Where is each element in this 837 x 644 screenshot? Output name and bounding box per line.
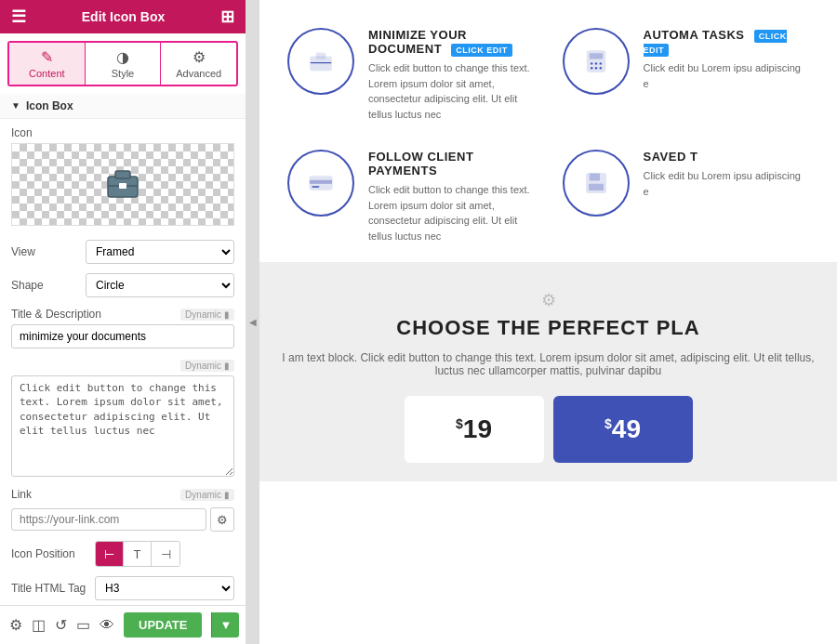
dynamic-badge-desc: Dynamic ▮	[180, 360, 234, 372]
shape-select[interactable]: Circle Square Rounded	[86, 273, 234, 297]
icon-preview[interactable]	[11, 143, 234, 226]
desc-dynamic-row: Dynamic ▮	[0, 354, 246, 374]
click-edit-badge-1[interactable]: Click edit	[451, 44, 512, 57]
link-input[interactable]	[11, 508, 206, 531]
icon-position-label: Icon Position	[11, 547, 95, 560]
icon-box-1-title: MINIMIZE YOUR DOCUMENT Click edit	[368, 28, 535, 56]
settings-gear-icon: ⚙	[541, 290, 556, 310]
style-tab-label: Style	[112, 68, 134, 79]
price-2: $49	[567, 414, 679, 444]
section-header-label: Icon Box	[26, 99, 73, 112]
description-textarea[interactable]: Click edit button to change this text. L…	[11, 375, 234, 477]
title-desc-section: Title & Description Dynamic ▮	[0, 302, 246, 322]
settings-icon[interactable]: ⚙	[9, 612, 22, 638]
icon-circle-1	[287, 28, 354, 95]
credit-card-icon	[306, 168, 336, 198]
history-icon[interactable]: ↺	[55, 612, 67, 638]
icon-box-3-title: FOLLOW CLIENT PAYMENTS	[368, 150, 535, 177]
icon-position-left-button[interactable]: ⊢	[96, 542, 124, 566]
svg-point-11	[599, 62, 601, 64]
price-1: $19	[418, 414, 530, 444]
save-icon	[581, 168, 611, 198]
svg-rect-16	[310, 180, 332, 184]
dynamic-badge-link: Dynamic ▮	[180, 489, 234, 501]
svg-rect-3	[119, 183, 126, 189]
title-html-tag-row: Title HTML Tag H3 H1H2H4H5H6 pspandiv	[0, 572, 246, 605]
panel-header: ☰ Edit Icon Box ⊞	[0, 0, 246, 33]
style-tab-icon: ◑	[116, 48, 129, 66]
link-label: Link	[11, 488, 32, 501]
svg-point-12	[591, 67, 592, 69]
currency-1: $	[456, 416, 463, 431]
svg-rect-8	[589, 53, 602, 59]
icon-position-right-button[interactable]: ⊣	[152, 542, 179, 566]
svg-rect-20	[589, 184, 604, 191]
grid-icon[interactable]: ⊞	[220, 7, 234, 27]
section-arrow-icon: ▼	[11, 100, 20, 111]
icon-box-1: MINIMIZE YOUR DOCUMENT Click edit Click …	[278, 19, 544, 131]
icon-box-3-text: FOLLOW CLIENT PAYMENTS Click edit button…	[368, 150, 535, 243]
svg-rect-1	[115, 171, 130, 178]
icon-box-1-desc: Click edit button to change this text. L…	[368, 60, 535, 122]
icon-position-row: Icon Position ⊢ T ⊣	[0, 536, 246, 572]
tab-content[interactable]: ✎ Content	[9, 43, 86, 85]
title-input[interactable]	[11, 324, 234, 348]
right-panel: MINIMIZE YOUR DOCUMENT Click edit Click …	[259, 0, 837, 644]
icon-box-2-desc: Click edit bu Lorem ipsu adipiscing e	[644, 60, 810, 91]
iconbox-section-header[interactable]: ▼ Icon Box	[0, 94, 246, 119]
view-row: View Framed Default Stacked	[0, 235, 246, 269]
svg-rect-5	[316, 53, 326, 59]
icon-box-2-text: AUTOMA TASKS Click edit Click edit bu Lo…	[644, 28, 810, 91]
view-label: View	[11, 245, 86, 258]
layers-icon[interactable]: ◫	[32, 612, 46, 638]
icon-position-group: ⊢ T ⊣	[95, 541, 180, 567]
update-button[interactable]: UPDATE	[124, 612, 202, 637]
bottom-toolbar: ⚙ ◫ ↺ ▭ 👁 UPDATE ▼	[0, 605, 246, 644]
icon-boxes-section: MINIMIZE YOUR DOCUMENT Click edit Click …	[259, 0, 837, 262]
shape-label: Shape	[11, 279, 86, 292]
pricing-subtitle: I am text block. Click edit button to ch…	[278, 351, 818, 377]
title-desc-label: Title & Description	[11, 308, 101, 321]
link-section-label: Link Dynamic ▮	[0, 482, 246, 503]
hamburger-icon[interactable]: ☰	[11, 7, 26, 27]
tab-advanced[interactable]: ⚙ Advanced	[161, 43, 236, 85]
content-tab-label: Content	[29, 68, 65, 79]
link-settings-button[interactable]: ⚙	[210, 507, 234, 532]
left-panel: ☰ Edit Icon Box ⊞ ✎ Content ◑ Style ⚙ Ad…	[0, 0, 246, 644]
eye-icon[interactable]: 👁	[100, 612, 114, 638]
svg-point-10	[594, 62, 596, 64]
pricing-card-2: $49	[553, 396, 693, 463]
update-dropdown-button[interactable]: ▼	[211, 612, 239, 637]
icon-position-center-button[interactable]: T	[124, 542, 152, 566]
icon-box-2-title: AUTOMA TASKS Click edit	[644, 28, 810, 56]
content-tab-icon: ✎	[41, 48, 53, 66]
title-html-tag-select[interactable]: H3 H1H2H4H5H6 pspandiv	[95, 576, 234, 600]
svg-point-14	[599, 67, 601, 69]
currency-2: $	[604, 416, 612, 431]
content-area: MINIMIZE YOUR DOCUMENT Click edit Click …	[259, 0, 837, 644]
icon-box-4-desc: Click edit bu Lorem ipsu adipiscing e	[644, 168, 810, 199]
pricing-section: ⚙ CHOOSE THE PERFECT PLA I am text block…	[259, 262, 837, 481]
briefcase-icon	[100, 162, 145, 206]
icon-box-4: SAVED T Click edit bu Lorem ipsu adipisc…	[553, 140, 819, 253]
view-select[interactable]: Framed Default Stacked	[86, 240, 234, 264]
pricing-title: CHOOSE THE PERFECT PLA	[278, 316, 818, 340]
briefcase-icon-1	[306, 46, 336, 76]
icon-box-3: FOLLOW CLIENT PAYMENTS Click edit button…	[278, 140, 544, 253]
icon-label: Icon	[0, 119, 246, 143]
pricing-cards: $19 $49	[278, 396, 818, 463]
collapse-handle[interactable]: ◀	[246, 0, 259, 644]
icon-circle-4	[563, 150, 630, 217]
advanced-tab-label: Advanced	[176, 68, 221, 79]
icon-box-4-title: SAVED T	[644, 150, 810, 164]
shape-row: Shape Circle Square Rounded	[0, 269, 246, 302]
icon-circle-3	[287, 150, 354, 217]
icon-box-2: AUTOMA TASKS Click edit Click edit bu Lo…	[553, 19, 819, 131]
tabs-row: ✎ Content ◑ Style ⚙ Advanced	[7, 41, 238, 86]
svg-point-13	[594, 67, 596, 69]
calculator-icon	[581, 46, 611, 76]
svg-rect-17	[312, 186, 319, 188]
tab-style[interactable]: ◑ Style	[86, 43, 162, 85]
device-icon[interactable]: ▭	[76, 612, 90, 638]
advanced-tab-icon: ⚙	[193, 48, 206, 66]
